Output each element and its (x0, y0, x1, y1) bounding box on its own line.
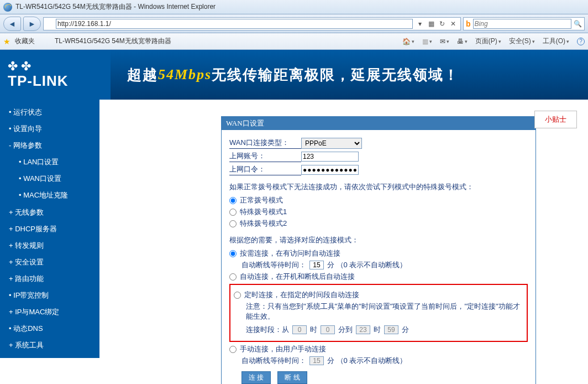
window-title: TL-WR541G/542G 54M无线宽带路由器 - Windows Inte… (15, 2, 216, 12)
address-bar[interactable]: ▾ ▦ ↻ ✕ (43, 17, 461, 30)
tab[interactable]: TL-WR541G/542G 54M无线宽带路由器 (45, 37, 171, 46)
manual-disc-unit: 分 （0 表示不自动断线） (327, 356, 407, 366)
sidebar-item-network[interactable]: - 网络参数 (0, 137, 99, 154)
mode-on-demand-radio[interactable] (229, 250, 237, 257)
dial-sp2-radio[interactable] (229, 220, 237, 227)
sidebar-item-routing[interactable]: + 路由功能 (0, 271, 99, 287)
dial-normal-radio[interactable] (229, 197, 237, 204)
time-h1-input[interactable] (292, 325, 307, 334)
mode-manual-label: 手动连接，由用户手动连接 (240, 344, 326, 354)
ie-icon (3, 3, 12, 12)
time-m2-input[interactable] (384, 325, 398, 334)
sidebar-item-security[interactable]: + 安全设置 (0, 254, 99, 271)
mode-auto-radio[interactable] (229, 273, 237, 281)
auto-disc-label: 自动断线等待时间： (242, 260, 306, 270)
safety-menu[interactable]: 安全(S)▾ (509, 37, 535, 46)
panel-header: WAN口设置 (222, 117, 536, 130)
tab-title-text: TL-WR541G/542G 54M无线宽带路由器 (55, 37, 171, 46)
mode-auto-label: 自动连接，在开机和断线后自动连接 (240, 272, 355, 282)
dropdown-icon[interactable]: ▾ (415, 20, 425, 28)
time-h2-input[interactable] (356, 325, 370, 334)
logo: ✤ ✤ TP-LINK (0, 50, 111, 100)
mode-manual-radio[interactable] (229, 346, 237, 353)
feeds-icon[interactable]: ▦▾ (422, 38, 432, 45)
banner: ✤ ✤ TP-LINK 超越 54Mbps 无线传输距离极限，延展无线领域！ (0, 50, 588, 100)
dial-sp2-label: 特殊拨号模式2 (240, 219, 287, 229)
home-icon[interactable]: 🏠▾ (402, 38, 414, 45)
timed-note: 注意：只有当您到"系统工具"菜单的"时间设置"项设置了当前时间后，"定时连接"功… (246, 302, 523, 321)
connect-button[interactable]: 连 接 (242, 371, 271, 384)
time-range-label: 连接时段：从 (246, 325, 289, 335)
sidebar-item-wizard[interactable]: • 设置向导 (0, 121, 99, 137)
navbar: ◄ ► ▾ ▦ ↻ ✕ b 🔍 (0, 14, 588, 33)
disconnect-button[interactable]: 断 线 (277, 371, 307, 384)
banner-slogan: 超越 54Mbps 无线传输距离极限，延展无线领域！ (111, 50, 588, 100)
address-actions: ▾ ▦ ↻ ✕ (415, 20, 458, 28)
toolbar: ★ 收藏夹 TL-WR541G/542G 54M无线宽带路由器 🏠▾ ▦▾ ✉▾… (0, 33, 588, 50)
address-input[interactable] (56, 19, 413, 29)
forward-button[interactable]: ► (23, 17, 41, 31)
auto-disc-input[interactable] (309, 261, 324, 269)
password-label: 上网口令： (229, 164, 301, 175)
conn-type-label: WAN口连接类型： (229, 138, 301, 149)
sidebar-item-systools[interactable]: + 系统工具 (0, 337, 99, 354)
help-icon[interactable]: ? (577, 38, 585, 45)
password-input[interactable] (301, 165, 359, 175)
wan-panel: WAN口设置 WAN口连接类型： PPPoE 上网账号： 上网口令： 如果正常拨 (221, 116, 536, 384)
search-input[interactable] (473, 19, 571, 29)
page-menu[interactable]: 页面(P)▾ (475, 37, 501, 46)
sidebar-item-ipbw[interactable]: • IP带宽控制 (0, 287, 99, 304)
tools-menu[interactable]: 工具(O)▾ (543, 37, 569, 46)
page-icon (46, 20, 54, 28)
manual-disc-label: 自动断线等待时间： (242, 356, 306, 366)
sidebar: • 运行状态 • 设置向导 - 网络参数 • LAN口设置 • WAN口设置 •… (0, 100, 99, 358)
sidebar-item-ddns[interactable]: • 动态DNS (0, 320, 99, 337)
favorites-icon[interactable]: ★ (3, 37, 11, 46)
search-go-icon[interactable]: 🔍 (574, 20, 582, 28)
print-icon[interactable]: 🖶▾ (457, 38, 468, 45)
sidebar-item-mac[interactable]: • MAC地址克隆 (0, 187, 99, 204)
account-label: 上网账号： (229, 151, 301, 162)
sidebar-item-dhcp[interactable]: + DHCP服务器 (0, 221, 99, 237)
compat-icon[interactable]: ▦ (426, 20, 436, 28)
logo-bulb-icon: ✤ ✤ (8, 60, 31, 72)
conn-type-select[interactable]: PPPoE (301, 138, 362, 149)
mode-timed-label: 定时连接，在指定的时间段自动连接 (244, 290, 359, 300)
back-button[interactable]: ◄ (3, 17, 21, 31)
timed-highlight-box: 定时连接，在指定的时间段自动连接 注意：只有当您到"系统工具"菜单的"时间设置"… (229, 284, 528, 342)
mail-icon[interactable]: ✉▾ (440, 38, 449, 45)
sidebar-item-wan[interactable]: • WAN口设置 (0, 170, 99, 187)
sidebar-item-wireless[interactable]: + 无线参数 (0, 204, 99, 221)
sidebar-item-status[interactable]: • 运行状态 (0, 104, 99, 121)
dial-sp1-label: 特殊拨号模式1 (240, 207, 287, 217)
sidebar-item-lan[interactable]: • LAN口设置 (0, 154, 99, 170)
refresh-icon[interactable]: ↻ (437, 20, 447, 28)
dial-sp1-radio[interactable] (229, 209, 237, 216)
router-page: ✤ ✤ TP-LINK 超越 54Mbps 无线传输距离极限，延展无线领域！ •… (0, 50, 588, 384)
manual-disc-input[interactable] (309, 356, 324, 365)
tab-icon (45, 38, 53, 45)
mode-on-demand-label: 按需连接，在有访问时自动连接 (240, 248, 340, 258)
auto-disc-unit: 分 （0 表示不自动断线） (327, 260, 407, 270)
need-note: 根据您的需要，请选择对应的连接模式： (229, 235, 528, 245)
dial-normal-label: 正常拨号模式 (240, 195, 283, 205)
stop-icon[interactable]: ✕ (448, 20, 458, 28)
time-m1-input[interactable] (321, 325, 335, 334)
logo-text: TP-LINK (8, 72, 69, 90)
sidebar-item-forward[interactable]: + 转发规则 (0, 237, 99, 254)
dial-note: 如果正常拨号模式下无法连接成功，请依次尝试下列模式中的特殊拨号模式： (229, 182, 528, 192)
sidebar-item-ipmac[interactable]: + IP与MAC绑定 (0, 304, 99, 320)
tips-box: 小贴士 (534, 111, 577, 128)
account-input[interactable] (301, 152, 359, 162)
mode-timed-radio[interactable] (234, 292, 241, 299)
bing-icon: b (466, 19, 471, 28)
search-bar[interactable]: b 🔍 (463, 17, 585, 30)
favorites-label[interactable]: 收藏夹 (15, 37, 35, 46)
window-titlebar: TL-WR541G/542G 54M无线宽带路由器 - Windows Inte… (0, 0, 588, 14)
